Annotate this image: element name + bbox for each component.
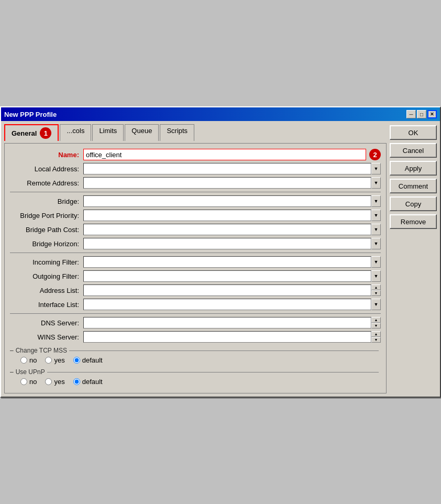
minimize-icon: ─ [409,112,413,117]
tab-content: Name: 2 Local Address: ▼ Remot [4,143,387,393]
remote-address-row: Remote Address: ▼ [10,177,381,189]
bridge-path-cost-input-wrap: ▼ [83,224,381,235]
maximize-button[interactable]: □ [417,110,426,118]
dns-server-input[interactable] [83,317,371,328]
dns-server-spinner-up[interactable]: ▲ [371,317,381,323]
use-upnp-yes-option[interactable]: yes [45,378,64,386]
bridge-path-cost-dropdown[interactable]: ▼ [371,224,381,235]
tab-limits[interactable]: Limits [92,124,124,141]
change-tcp-mss-line [69,350,379,351]
bridge-horizon-input[interactable] [83,238,371,249]
local-address-row: Local Address: ▼ [10,163,381,174]
address-list-input[interactable] [83,284,371,296]
name-input[interactable] [83,149,366,160]
separator-2 [10,253,381,253]
use-upnp-label: Use UPnP [16,368,45,376]
use-upnp-no-label: no [29,378,37,386]
change-tcp-mss-default-label: default [82,356,103,364]
incoming-filter-label: Incoming Filter: [10,258,83,266]
use-upnp-default-radio[interactable] [73,378,80,385]
address-list-spinner-up[interactable]: ▲ [371,284,381,290]
bridge-horizon-dropdown[interactable]: ▼ [371,238,381,249]
interface-list-row: Interface List: ▼ [10,299,381,310]
tab-queue[interactable]: Queue [125,124,159,141]
use-upnp-no-option[interactable]: no [20,378,37,386]
address-list-spinner-down[interactable]: ▼ [371,290,381,296]
tabs-row: General 1 ...cols Limits Queue Scripts [4,124,387,141]
dns-server-input-wrap: ▲ ▼ [83,317,381,328]
bridge-input[interactable] [83,195,371,207]
change-tcp-mss-default-option[interactable]: default [73,356,103,364]
interface-list-dropdown[interactable]: ▼ [371,299,381,310]
tab-scripts[interactable]: Scripts [160,124,194,141]
outgoing-filter-input[interactable] [83,270,371,282]
side-buttons: OK Cancel Apply Comment Copy Remove [390,124,437,393]
use-upnp-no-radio[interactable] [20,378,27,385]
wins-server-spinner-up[interactable]: ▲ [371,331,381,337]
tab-protocols[interactable]: ...cols [60,124,91,141]
bridge-horizon-input-wrap: ▼ [83,238,381,249]
copy-button[interactable]: Copy [390,196,437,211]
incoming-filter-input[interactable] [83,256,371,268]
ok-button[interactable]: OK [390,125,437,140]
change-tcp-mss-no-option[interactable]: no [20,356,37,364]
use-upnp-default-label: default [82,378,103,386]
interface-list-input[interactable] [83,299,371,310]
remote-address-input-wrap: ▼ [83,177,381,189]
bridge-port-priority-input[interactable] [83,210,371,221]
change-tcp-mss-radio-row: no yes default [10,356,381,364]
bridge-path-cost-input[interactable] [83,224,371,235]
incoming-filter-dropdown[interactable]: ▼ [371,256,381,268]
wins-server-spinner: ▲ ▼ [371,331,381,343]
remove-button[interactable]: Remove [390,214,437,229]
outgoing-filter-row: Outgoing Filter: ▼ [10,270,381,282]
bridge-path-cost-label: Bridge Path Cost: [10,226,83,234]
change-tcp-mss-section: – Change TCP MSS [10,347,381,354]
change-tcp-mss-yes-radio[interactable] [45,357,52,364]
remote-address-input[interactable] [83,177,371,189]
use-upnp-yes-radio[interactable] [45,378,52,385]
bridge-port-priority-row: Bridge Port Priority: ▼ [10,210,381,221]
bridge-dropdown[interactable]: ▼ [371,195,381,207]
tab-queue-label: Queue [131,127,152,135]
incoming-filter-row: Incoming Filter: ▼ [10,256,381,268]
minimize-button[interactable]: ─ [406,110,416,118]
address-list-label: Address List: [10,287,83,294]
use-upnp-default-option[interactable]: default [73,378,103,386]
local-address-input-wrap: ▼ [83,163,381,174]
remote-address-dropdown[interactable]: ▼ [371,177,381,189]
badge-1: 1 [40,127,51,139]
close-button[interactable]: ✕ [427,110,437,118]
separator-1 [10,192,381,192]
change-tcp-mss-no-radio[interactable] [20,357,27,364]
wins-server-input[interactable] [83,331,371,343]
cancel-button[interactable]: Cancel [390,143,437,158]
wins-server-row: WINS Server: ▲ ▼ [10,331,381,343]
bridge-input-wrap: ▼ [83,195,381,207]
comment-button[interactable]: Comment [390,179,437,193]
address-list-input-wrap: ▲ ▼ [83,284,381,296]
maximize-icon: □ [420,112,423,117]
dns-server-label: DNS Server: [10,319,83,327]
wins-server-spinner-down[interactable]: ▼ [371,337,381,343]
local-address-dropdown[interactable]: ▼ [371,163,381,174]
wins-server-input-wrap: ▲ ▼ [83,331,381,343]
change-tcp-mss-no-label: no [29,356,37,364]
bridge-port-priority-input-wrap: ▼ [83,210,381,221]
outgoing-filter-dropdown[interactable]: ▼ [371,270,381,282]
local-address-input[interactable] [83,163,371,174]
tab-general-label: General [12,129,37,137]
name-row: Name: 2 [10,149,381,160]
tab-general[interactable]: General 1 [4,124,59,141]
apply-button[interactable]: Apply [390,161,437,176]
name-label: Name: [10,151,83,159]
incoming-filter-input-wrap: ▼ [83,256,381,268]
dns-server-spinner: ▲ ▼ [371,317,381,328]
tab-protocols-label: ...cols [67,127,84,135]
badge-2: 2 [369,149,381,160]
change-tcp-mss-default-radio[interactable] [73,357,80,364]
bridge-port-priority-dropdown[interactable]: ▼ [371,210,381,221]
change-tcp-mss-label: Change TCP MSS [16,347,67,354]
dns-server-spinner-down[interactable]: ▼ [371,323,381,328]
change-tcp-mss-yes-option[interactable]: yes [45,356,64,364]
